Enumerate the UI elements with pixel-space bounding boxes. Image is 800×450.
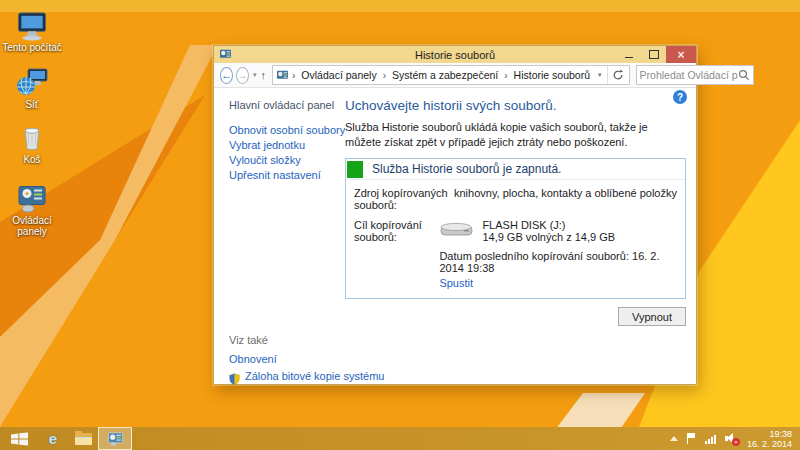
search-box[interactable]: [636, 65, 754, 85]
navigation-bar: Ovládací panely Systém a zabezpečení His…: [214, 63, 696, 88]
volume-muted-icon[interactable]: [725, 433, 738, 444]
address-dropdown-icon[interactable]: [593, 71, 607, 79]
action-center-flag-icon[interactable]: [687, 433, 696, 444]
minimize-button[interactable]: [616, 46, 641, 63]
taskbar-control-panel-active[interactable]: [98, 427, 132, 450]
desktop-icon-label: Koš: [2, 154, 62, 165]
see-also-recovery-link[interactable]: Obnovení: [229, 353, 384, 365]
search-input[interactable]: [640, 69, 738, 81]
control-panel-icon: [2, 183, 62, 214]
forward-button[interactable]: [236, 67, 249, 84]
drive-icon: [439, 219, 475, 239]
title-bar[interactable]: Historie souborů: [214, 46, 696, 63]
turn-off-button[interactable]: Vypnout: [618, 307, 686, 326]
history-dropdown-icon[interactable]: [253, 71, 257, 79]
network-icon: [2, 67, 62, 98]
up-button[interactable]: [261, 69, 267, 81]
desktop-icon-control-panel[interactable]: Ovládací panely: [2, 183, 62, 237]
file-history-window: Historie souborů Ovládací panely Systém …: [213, 45, 697, 385]
sidebar-item-advanced-settings[interactable]: Upřesnit nastavení: [229, 169, 345, 181]
sidebar-item-restore-files[interactable]: Obnovit osobní soubory: [229, 124, 345, 136]
back-button[interactable]: [220, 67, 233, 84]
show-hidden-icons-icon[interactable]: [670, 436, 678, 441]
uac-shield-icon: [229, 373, 240, 385]
copy-source-value: knihovny, plocha, kontakty a oblíbené po…: [454, 187, 677, 199]
taskbar: 19:38 16. 2. 2014: [0, 427, 800, 450]
windows-logo-icon: [11, 432, 28, 446]
desktop-icon-label: Tento počítač: [2, 42, 62, 53]
control-panel-icon: [107, 432, 124, 446]
sidebar-item-control-panel-home[interactable]: Hlavní ovládací panel: [229, 99, 345, 111]
clock-date: 16. 2. 2014: [747, 439, 792, 449]
file-history-status-box: Služba Historie souborů je zapnutá. Zdro…: [345, 158, 686, 299]
system-tray: 19:38 16. 2. 2014: [670, 429, 800, 449]
drive-name: FLASH DISK (J:): [482, 219, 615, 231]
desktop-icon-recycle-bin[interactable]: Koš: [2, 122, 62, 165]
taskbar-clock[interactable]: 19:38 16. 2. 2014: [747, 429, 792, 449]
refresh-button[interactable]: [607, 66, 629, 84]
this-pc-icon: [2, 10, 62, 41]
breadcrumb-control-panel-icon: [276, 70, 289, 81]
internet-explorer-icon: [49, 430, 57, 448]
sidebar: Hlavní ovládací panel Obnovit osobní sou…: [229, 99, 345, 184]
clock-time: 19:38: [747, 429, 792, 439]
window-content: Hlavní ovládací panel Obnovit osobní sou…: [214, 88, 696, 384]
maximize-button[interactable]: [641, 46, 666, 63]
see-also-section: Viz také Obnovení Záloha bitové kopie sy…: [229, 334, 384, 387]
last-copy-date: Datum posledního kopírování souborů: 16.…: [439, 250, 677, 274]
file-explorer-icon: [75, 433, 92, 445]
refresh-icon: [612, 69, 624, 81]
page-title: Uchovávejte historii svých souborů.: [345, 98, 686, 113]
copy-source-label: Zdroj kopírovaných souborů:: [354, 187, 454, 211]
desktop: Tento počítač Síť Koš Ovládací panely Hi…: [0, 0, 800, 450]
search-icon[interactable]: [738, 69, 750, 81]
main-pane: Uchovávejte historii svých souborů. Služ…: [345, 94, 686, 326]
taskbar-file-explorer[interactable]: [68, 427, 98, 450]
breadcrumb-separator-icon[interactable]: [501, 69, 510, 81]
start-button[interactable]: [0, 427, 38, 450]
page-description: Služba Historie souborů ukládá kopie vaš…: [345, 120, 686, 149]
sidebar-item-exclude-folders[interactable]: Vyloučit složky: [229, 154, 345, 166]
see-also-system-image-backup-link[interactable]: Záloha bitové kopie systému: [245, 370, 384, 382]
close-button[interactable]: [666, 46, 696, 63]
taskbar-internet-explorer[interactable]: [38, 427, 68, 450]
status-text: Služba Historie souborů je zapnutá.: [372, 162, 561, 176]
desktop-icon-label: Síť: [2, 99, 62, 110]
drive-free-space: 14,9 GB volných z 14,9 GB: [482, 231, 615, 243]
copy-target-label: Cíl kopírování souborů:: [354, 219, 439, 289]
breadcrumb-separator-icon[interactable]: [380, 69, 389, 81]
breadcrumb-item[interactable]: Systém a zabezpečení: [389, 69, 501, 81]
see-also-heading: Viz také: [229, 334, 384, 346]
network-signal-icon[interactable]: [705, 434, 716, 444]
run-now-link[interactable]: Spustit: [439, 277, 473, 289]
address-bar[interactable]: Ovládací panely Systém a zabezpečení His…: [272, 65, 630, 85]
desktop-icon-network[interactable]: Síť: [2, 67, 62, 110]
wallpaper-top-band: [0, 0, 800, 12]
breadcrumb-item[interactable]: Historie souborů: [511, 69, 593, 81]
desktop-icon-label: Ovládací panely: [2, 215, 62, 237]
status-band: Služba Historie souborů je zapnutá.: [346, 159, 685, 180]
status-on-indicator: [347, 161, 363, 178]
breadcrumb-separator-icon[interactable]: [289, 69, 298, 81]
breadcrumb-item[interactable]: Ovládací panely: [298, 69, 379, 81]
recycle-bin-icon: [2, 122, 62, 153]
desktop-icon-this-pc[interactable]: Tento počítač: [2, 10, 62, 53]
sidebar-item-select-drive[interactable]: Vybrat jednotku: [229, 139, 345, 151]
